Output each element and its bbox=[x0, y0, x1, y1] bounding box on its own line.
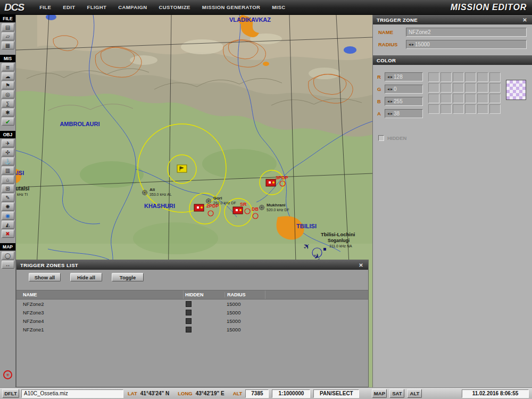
stepper-left-icon[interactable]: ◂ bbox=[387, 75, 389, 79]
map-scale-field[interactable]: 1:1000000 bbox=[272, 389, 310, 398]
palette-cell[interactable] bbox=[453, 83, 464, 93]
palette-cell[interactable] bbox=[465, 104, 476, 114]
channel-stepper-r[interactable]: ◂ ▸ 128 bbox=[385, 72, 423, 81]
stepper-right-icon[interactable]: ▸ bbox=[390, 75, 393, 79]
init-script-icon[interactable]: ✎ bbox=[2, 194, 14, 202]
toggle-button[interactable]: Toggle bbox=[112, 273, 144, 281]
zone-name-cell: NFZone2 bbox=[16, 301, 183, 307]
palette-cell[interactable] bbox=[465, 94, 476, 103]
palette-cell[interactable] bbox=[453, 94, 464, 103]
palette-cell[interactable] bbox=[440, 83, 452, 93]
unit-enemy[interactable] bbox=[266, 179, 276, 186]
delete-icon[interactable]: ✖ bbox=[2, 230, 14, 238]
palette-cell[interactable] bbox=[453, 72, 464, 82]
menu-file[interactable]: FILE bbox=[34, 0, 57, 15]
static-object-icon[interactable]: ⌂ bbox=[2, 176, 14, 184]
hidden-checkbox[interactable] bbox=[378, 135, 384, 141]
cursor-mode-field[interactable]: PAN/SELECT bbox=[313, 389, 359, 398]
stepper-left-icon[interactable]: ◂ bbox=[387, 87, 389, 92]
palette-cell[interactable] bbox=[489, 83, 501, 93]
channel-stepper-g[interactable]: ◂ ▸ 0 bbox=[385, 85, 423, 94]
table-row[interactable]: NFZone2 15000 bbox=[16, 300, 368, 308]
hidden-checkbox[interactable] bbox=[186, 310, 192, 315]
stepper-right-icon[interactable]: ▸ bbox=[412, 43, 414, 47]
table-row[interactable]: NFZone1 15000 bbox=[16, 325, 368, 334]
shapes-icon[interactable]: ◭ bbox=[2, 221, 14, 229]
palette-cell[interactable] bbox=[428, 104, 439, 114]
effect-icon[interactable]: ✺ bbox=[2, 203, 14, 211]
show-all-button[interactable]: Show all bbox=[29, 273, 61, 281]
triggers-icon[interactable]: ⚑ bbox=[2, 81, 14, 89]
palette-cell[interactable] bbox=[489, 72, 501, 82]
table-row[interactable]: NFZone3 15000 bbox=[16, 308, 368, 317]
trigger-zone-icon[interactable]: ◯ bbox=[2, 252, 14, 260]
stepper-left-icon[interactable]: ◂ bbox=[387, 99, 389, 104]
visibility-icon[interactable]: ◉ bbox=[2, 212, 14, 220]
stepper-right-icon[interactable]: ▸ bbox=[390, 99, 393, 104]
zone-radius-stepper[interactable]: ◂ ▸ 15000 bbox=[406, 40, 527, 49]
alert-icon[interactable]: ✳ bbox=[3, 370, 12, 379]
palette-cell[interactable] bbox=[440, 94, 452, 103]
goal-icon[interactable]: ◎ bbox=[2, 90, 14, 98]
palette-cell[interactable] bbox=[440, 72, 452, 82]
palette-cell[interactable] bbox=[465, 83, 476, 93]
helicopter-icon[interactable]: ✣ bbox=[2, 148, 14, 156]
palette-cell[interactable] bbox=[489, 94, 501, 103]
save-mission-icon[interactable]: ▦ bbox=[2, 41, 14, 49]
palette-cell[interactable] bbox=[477, 104, 488, 114]
stepper-right-icon[interactable]: ▸ bbox=[390, 112, 393, 116]
palette-cell[interactable] bbox=[477, 72, 488, 82]
mission-filename-field[interactable]: A10C_Ossetia.miz bbox=[21, 389, 123, 398]
palette-cell[interactable] bbox=[477, 94, 488, 103]
dflt-button[interactable]: DFLT bbox=[2, 389, 19, 398]
stepper-left-icon[interactable]: ◂ bbox=[387, 112, 389, 116]
channel-stepper-b[interactable]: ◂ ▸ 255 bbox=[385, 97, 423, 106]
template-icon[interactable]: ⊞ bbox=[2, 185, 14, 193]
hidden-checkbox[interactable] bbox=[186, 327, 192, 332]
palette-cell[interactable] bbox=[477, 83, 488, 93]
channel-value-b: 255 bbox=[394, 98, 403, 104]
map-layer-button[interactable]: MAP bbox=[372, 389, 387, 398]
palette-cell[interactable] bbox=[428, 83, 439, 93]
menu-edit[interactable]: EDIT bbox=[57, 0, 81, 15]
palette-cell[interactable] bbox=[465, 72, 476, 82]
new-mission-icon[interactable]: ▤ bbox=[2, 23, 14, 31]
zone-name-input[interactable]: NFZone2 bbox=[406, 28, 527, 37]
hidden-checkbox[interactable] bbox=[186, 318, 192, 324]
unit-enemy[interactable] bbox=[194, 204, 204, 211]
channel-label-g: G bbox=[377, 86, 385, 92]
sat-layer-button[interactable]: SAT bbox=[389, 389, 404, 398]
unit-enemy[interactable] bbox=[233, 207, 243, 214]
palette-cell[interactable] bbox=[453, 104, 464, 114]
close-icon[interactable]: ✕ bbox=[521, 17, 528, 23]
options-icon[interactable]: ✱ bbox=[2, 109, 14, 117]
briefing-icon[interactable]: ≣ bbox=[2, 63, 14, 71]
close-icon[interactable]: ✕ bbox=[358, 262, 364, 268]
table-row[interactable]: NFZone4 15000 bbox=[16, 317, 368, 325]
city-label-vladikavkaz: VLADIKAVKAZ bbox=[229, 16, 271, 23]
hide-all-button[interactable]: Hide all bbox=[70, 273, 102, 281]
menu-misc[interactable]: MISC bbox=[266, 0, 291, 15]
hidden-checkbox[interactable] bbox=[186, 301, 192, 307]
ship-icon[interactable]: ⚓ bbox=[2, 157, 14, 165]
alt-layer-button[interactable]: ALT bbox=[407, 389, 422, 398]
vehicle-icon[interactable]: ▥ bbox=[2, 167, 14, 174]
measure-distance-icon[interactable]: ↔ bbox=[2, 261, 14, 269]
weather-icon[interactable]: ☁ bbox=[2, 72, 14, 80]
stepper-left-icon[interactable]: ◂ bbox=[409, 43, 411, 47]
stepper-right-icon[interactable]: ▸ bbox=[390, 87, 393, 92]
menu-mission-generator[interactable]: MISSION GENERATOR bbox=[196, 0, 266, 15]
palette-cell[interactable] bbox=[428, 72, 439, 82]
open-mission-icon[interactable]: ▱ bbox=[2, 32, 14, 40]
menu-customize[interactable]: CUSTOMIZE bbox=[153, 0, 196, 15]
palette-cell[interactable] bbox=[489, 104, 501, 114]
summary-icon[interactable]: ∑ bbox=[2, 99, 14, 107]
menu-campaign[interactable]: CAMPAIGN bbox=[112, 0, 153, 15]
palette-cell[interactable] bbox=[428, 94, 439, 103]
unit-friendly[interactable] bbox=[177, 165, 187, 172]
check-mission-icon[interactable]: ✔ bbox=[2, 118, 14, 126]
palette-cell[interactable] bbox=[440, 104, 452, 114]
menu-flight[interactable]: FLIGHT bbox=[81, 0, 113, 15]
channel-stepper-a[interactable]: ◂ ▸ 38 bbox=[385, 109, 423, 118]
airplane-icon[interactable]: ✈ bbox=[2, 139, 14, 147]
